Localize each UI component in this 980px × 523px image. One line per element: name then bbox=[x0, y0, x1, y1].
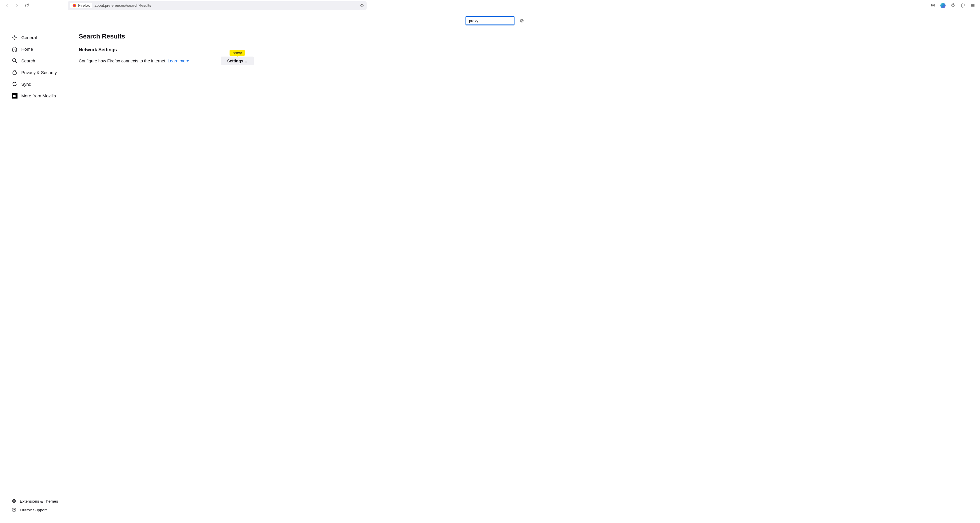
network-settings-button[interactable]: Settings… bbox=[221, 57, 254, 65]
svg-point-4 bbox=[13, 59, 16, 62]
shield-icon bbox=[961, 3, 965, 8]
sidebar-item-sync[interactable]: Sync bbox=[0, 78, 67, 90]
url-text: about:preferences#searchResults bbox=[94, 3, 357, 8]
home-icon bbox=[12, 46, 18, 52]
avatar-icon bbox=[940, 3, 946, 8]
reload-icon bbox=[24, 3, 29, 8]
search-wrapper bbox=[12, 16, 968, 25]
sync-icon bbox=[12, 81, 18, 87]
extensions-button[interactable] bbox=[948, 1, 957, 10]
sidebar-item-label: Sync bbox=[21, 82, 31, 87]
forward-button[interactable] bbox=[13, 2, 21, 10]
svg-point-3 bbox=[14, 37, 16, 38]
description-text: Configure how Firefox connects to the in… bbox=[79, 59, 168, 63]
learn-more-link[interactable]: Learn more bbox=[168, 59, 189, 63]
settings-button-wrapper: proxy Settings… bbox=[221, 57, 254, 65]
sidebar-item-label: Home bbox=[21, 47, 33, 52]
close-circle-icon bbox=[520, 19, 524, 23]
question-icon bbox=[12, 507, 16, 512]
gear-icon bbox=[12, 34, 18, 40]
identity-label: Firefox bbox=[78, 3, 90, 8]
sidebar: General Home Search Privac bbox=[0, 11, 67, 523]
content-wrapper: General Home Search Privac bbox=[0, 11, 980, 523]
sidebar-item-home[interactable]: Home bbox=[0, 43, 67, 55]
sidebar-bottom: Extensions & Themes Firefox Support bbox=[0, 497, 67, 517]
reload-button[interactable] bbox=[23, 2, 31, 10]
bookmark-button[interactable] bbox=[360, 3, 364, 8]
search-input[interactable] bbox=[469, 19, 518, 23]
site-identity[interactable]: Firefox bbox=[70, 3, 92, 8]
sidebar-item-label: Firefox Support bbox=[20, 508, 47, 512]
sidebar-item-label: More from Mozilla bbox=[21, 93, 56, 98]
browser-toolbar: Firefox about:preferences#searchResults bbox=[0, 0, 980, 11]
address-bar[interactable]: Firefox about:preferences#searchResults bbox=[68, 1, 367, 10]
arrow-left-icon bbox=[5, 3, 10, 8]
sidebar-item-mozilla[interactable]: m More from Mozilla bbox=[0, 90, 67, 102]
sidebar-items: General Home Search Privac bbox=[0, 32, 67, 497]
sidebar-item-label: General bbox=[21, 35, 37, 40]
mozilla-icon: m bbox=[12, 93, 18, 99]
sidebar-item-label: Search bbox=[21, 58, 35, 63]
section-heading: Network Settings bbox=[79, 47, 254, 52]
clear-search-button[interactable] bbox=[520, 19, 524, 23]
network-settings-row: Configure how Firefox connects to the in… bbox=[79, 57, 254, 65]
search-box[interactable] bbox=[466, 16, 514, 25]
sidebar-item-label: Extensions & Themes bbox=[20, 499, 58, 504]
sidebar-item-search[interactable]: Search bbox=[0, 55, 67, 67]
sidebar-item-privacy[interactable]: Privacy & Security bbox=[0, 67, 67, 78]
toolbar-right bbox=[929, 1, 977, 10]
svg-point-2 bbox=[73, 5, 75, 6]
arrow-right-icon bbox=[14, 3, 19, 8]
main-content: Search Results Network Settings Configur… bbox=[67, 11, 980, 523]
sidebar-item-support[interactable]: Firefox Support bbox=[0, 506, 67, 514]
puzzle-icon bbox=[12, 499, 16, 504]
svg-rect-5 bbox=[13, 72, 16, 74]
results-heading: Search Results bbox=[79, 33, 254, 40]
shield-button[interactable] bbox=[958, 1, 967, 10]
sidebar-item-extensions[interactable]: Extensions & Themes bbox=[0, 497, 67, 506]
search-icon bbox=[12, 58, 18, 64]
results-section: Search Results Network Settings Configur… bbox=[79, 33, 254, 65]
puzzle-icon bbox=[951, 3, 955, 8]
lock-icon bbox=[12, 69, 18, 75]
sidebar-item-general[interactable]: General bbox=[0, 32, 67, 43]
star-icon bbox=[360, 3, 364, 8]
pocket-button[interactable] bbox=[929, 1, 937, 10]
firefox-icon bbox=[72, 3, 76, 8]
account-button[interactable] bbox=[939, 1, 947, 10]
pocket-icon bbox=[931, 3, 935, 8]
hamburger-icon bbox=[970, 3, 975, 8]
app-menu-button[interactable] bbox=[968, 1, 977, 10]
network-description: Configure how Firefox connects to the in… bbox=[79, 59, 189, 63]
search-highlight-tooltip: proxy bbox=[229, 50, 245, 56]
back-button[interactable] bbox=[3, 2, 11, 10]
sidebar-item-label: Privacy & Security bbox=[21, 70, 57, 75]
